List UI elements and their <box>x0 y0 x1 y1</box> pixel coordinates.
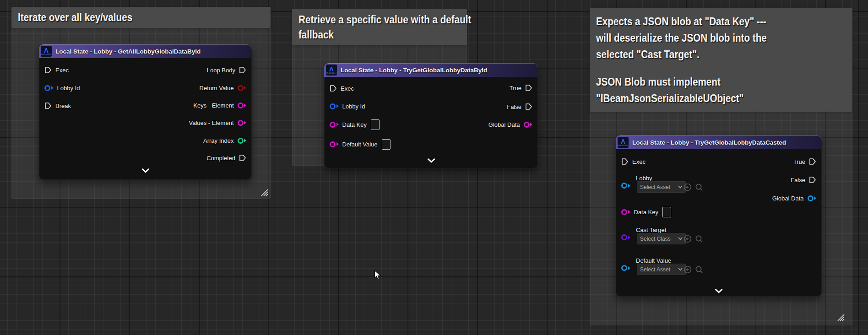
node-try-get-global-lobby-data-casted[interactable]: Λ BEAMABLE Local State - Lobby - TryGetG… <box>616 135 822 297</box>
select-class-dropdown[interactable]: Select Class <box>637 233 686 244</box>
data-pin[interactable] <box>238 85 247 91</box>
exec-pin[interactable] <box>525 103 532 110</box>
pin-label: Cast Target <box>636 227 666 233</box>
select-asset-dropdown[interactable]: Select Asset <box>637 264 686 275</box>
exec-pin[interactable] <box>621 158 629 165</box>
comment-title-bar[interactable]: Expects a JSON blob at "Data Key" --- wi… <box>590 8 852 112</box>
comment-title-bar[interactable]: Iterate over all key/values <box>11 7 271 28</box>
use-selected-asset-icon[interactable] <box>684 265 692 274</box>
data-key-input[interactable] <box>662 207 671 217</box>
pin-label: Default Value <box>636 257 671 264</box>
browse-asset-icon[interactable] <box>695 235 703 243</box>
pin-row: Exec <box>44 65 69 76</box>
resize-grip-icon[interactable] <box>835 312 845 321</box>
data-pin[interactable] <box>621 234 630 240</box>
node-try-get-global-lobby-data[interactable]: Λ BEAMABLE Local State - Lobby - TryGetG… <box>324 63 538 168</box>
pin-row: True <box>793 156 816 167</box>
pin-label: False <box>791 177 805 184</box>
pin-row: Completed <box>206 152 246 163</box>
beamable-logo-icon: Λ BEAMABLE <box>618 137 629 148</box>
default-value-input[interactable] <box>382 139 391 150</box>
chevron-down-icon[interactable] <box>141 168 150 173</box>
data-pin[interactable] <box>238 138 247 144</box>
pin-row: Break <box>44 100 71 111</box>
beamable-logo-icon: Λ BEAMABLE <box>326 65 337 76</box>
comment-title: Iterate over all key/values <box>18 11 230 24</box>
pin-label: False <box>507 103 521 110</box>
chevron-down-icon[interactable] <box>427 158 435 163</box>
use-selected-asset-icon[interactable] <box>684 183 692 191</box>
comment-title-line: "IBeamJsonSerializableUObject" <box>596 90 811 107</box>
comment-title-line: Expects a JSON blob at "Data Key" --- <box>596 13 811 30</box>
chevron-down-icon <box>678 268 683 271</box>
pin-row: False <box>507 101 532 112</box>
exec-pin[interactable] <box>809 158 816 165</box>
node-title: Local State - Lobby - TryGetGlobalLobbyD… <box>632 139 786 146</box>
exec-pin[interactable] <box>239 66 246 74</box>
pin-label: Keys - Element <box>193 102 233 109</box>
node-get-all-lobby-global-data[interactable]: Λ BEAMABLE Local State - Lobby - GetAllL… <box>39 44 252 180</box>
pin-label: Lobby Id <box>342 103 365 110</box>
pin-label: Array Index <box>203 137 233 144</box>
comment-title-line: Retrieve a specific value with a default <box>298 12 438 27</box>
comment-title-bar[interactable]: Retrieve a specific value with a default… <box>292 9 467 45</box>
beamable-glyph: Λ <box>44 48 48 54</box>
data-pin[interactable] <box>238 120 247 126</box>
node-title: Local State - Lobby - TryGetGlobalLobbyD… <box>341 67 487 74</box>
data-pin[interactable] <box>238 103 247 108</box>
exec-pin[interactable] <box>330 85 337 92</box>
asset-picker-icons <box>684 235 703 243</box>
data-pin[interactable] <box>808 195 817 201</box>
pin-row: Lobby Id <box>44 82 80 93</box>
comment-title-line: fallback <box>298 27 438 42</box>
pin-label: Lobby <box>636 175 652 182</box>
pin-label: Data Key <box>634 209 658 216</box>
data-pin[interactable] <box>621 183 630 189</box>
pin-label: Default Value <box>342 141 378 148</box>
pin-row: Global Data <box>488 119 532 130</box>
comment-title-line: will deserialize the JSON blob into the <box>596 30 811 46</box>
chevron-down-icon[interactable] <box>715 289 723 293</box>
data-pin[interactable] <box>524 122 533 128</box>
browse-asset-icon[interactable] <box>695 183 703 191</box>
node-header[interactable]: Λ BEAMABLE Local State - Lobby - GetAllL… <box>39 44 252 58</box>
select-asset-dropdown[interactable]: Select Asset <box>637 181 686 193</box>
pin-row: Return Value <box>200 82 246 93</box>
use-selected-asset-icon[interactable] <box>684 235 692 243</box>
resize-grip-icon[interactable] <box>259 187 268 196</box>
data-pin[interactable] <box>44 85 54 91</box>
pin-label: Exec <box>55 67 69 74</box>
pin-label: Return Value <box>200 85 234 92</box>
data-key-input[interactable] <box>371 119 380 130</box>
pin-label: Data Key <box>342 121 367 128</box>
asset-picker-icons <box>684 265 703 274</box>
data-pin[interactable] <box>621 265 630 271</box>
pin-label: True <box>510 85 521 92</box>
data-pin[interactable] <box>330 103 339 109</box>
exec-pin[interactable] <box>44 66 52 74</box>
pin-label: True <box>793 158 805 165</box>
exec-pin[interactable] <box>44 102 52 109</box>
exec-pin[interactable] <box>525 84 532 92</box>
comment-title-line: JSON Blob must implement <box>596 74 811 90</box>
exec-pin[interactable] <box>809 176 816 184</box>
data-pin[interactable] <box>330 122 339 128</box>
pin-row: Data Key <box>621 206 671 217</box>
asset-picker-icons <box>684 183 703 191</box>
pin-label: Lobby Id <box>57 85 80 92</box>
data-pin[interactable] <box>621 209 630 215</box>
browse-asset-icon[interactable] <box>695 265 703 274</box>
node-title: Local State - Lobby - GetAllLobbyGlobalD… <box>55 48 201 55</box>
pin-label: Exec <box>341 85 354 92</box>
pin-row: Lobby Id <box>330 101 365 112</box>
pin-row: Values - Element <box>189 117 246 128</box>
pin-label: Values - Element <box>189 119 233 126</box>
exec-pin[interactable] <box>239 154 246 162</box>
beamable-caption: BEAMABLE <box>326 72 337 74</box>
node-header[interactable]: Λ BEAMABLE Local State - Lobby - TryGetG… <box>324 63 538 77</box>
node-header[interactable]: Λ BEAMABLE Local State - Lobby - TryGetG… <box>616 135 822 149</box>
data-pin[interactable] <box>330 141 339 147</box>
pin-row: True <box>510 82 532 93</box>
comment-title-line <box>596 63 811 74</box>
beamable-logo-icon: Λ BEAMABLE <box>41 46 52 57</box>
